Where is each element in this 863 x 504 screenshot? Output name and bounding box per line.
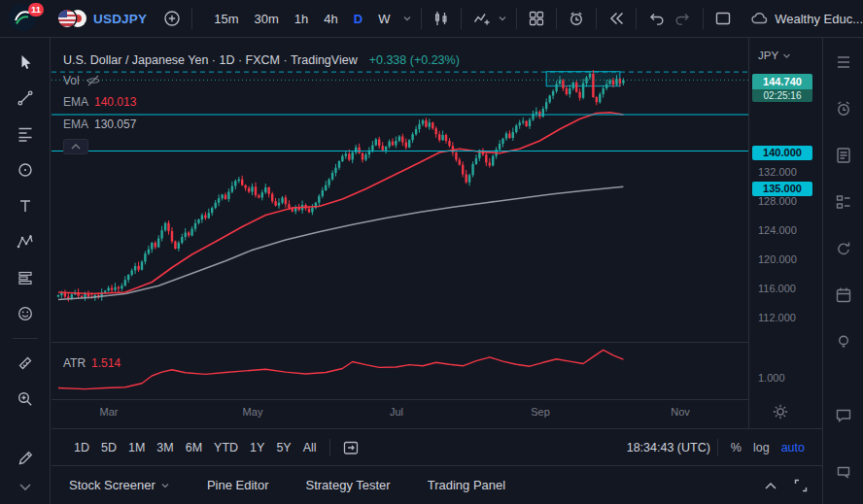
trendline-tool-icon[interactable] (8, 84, 43, 113)
emoji-tool-icon[interactable] (8, 299, 43, 328)
price-scale-label: 128.000 (758, 195, 797, 208)
interval-4h[interactable]: 4h (318, 9, 343, 29)
toolbar-separator (703, 8, 704, 29)
range-6m[interactable]: 6M (180, 438, 208, 457)
indicator-templates-dropdown-icon[interactable] (495, 5, 510, 32)
chevron-down-icon (782, 51, 791, 60)
data-window-icon[interactable] (828, 187, 859, 217)
us-flag-icon (58, 10, 76, 27)
notification-badge[interactable]: 11 (28, 3, 44, 17)
price-change: +0.338 (+0.23%) (369, 53, 460, 67)
legend-ema-slow-row[interactable]: EMA 130.057 (63, 116, 460, 133)
auto-scale-button[interactable]: auto (776, 438, 811, 457)
messages-icon[interactable] (828, 457, 859, 487)
clock-utc[interactable]: 18:34:43 (UTC) (627, 441, 710, 454)
log-scale-button[interactable]: log (747, 438, 776, 457)
bottom-panel: Stock Screener Pine Editor Strategy Test… (52, 465, 822, 504)
text-tool-icon[interactable] (8, 191, 43, 220)
measure-tool-icon[interactable] (8, 349, 43, 378)
atr-legend-row[interactable]: ATR 1.514 (63, 356, 121, 370)
xabcd-pattern-tool-icon[interactable] (8, 227, 43, 256)
legend-ema-fast-row[interactable]: EMA 140.013 (63, 93, 460, 111)
interval-1d[interactable]: D (348, 9, 368, 29)
indicators-icon[interactable] (467, 5, 495, 32)
time-axis-label: Nov (671, 406, 690, 418)
strategy-tester-tab[interactable]: Strategy Tester (305, 478, 390, 492)
percent-scale-button[interactable]: % (725, 438, 747, 457)
watchlist-icon[interactable] (828, 48, 859, 77)
collapse-toolbar-icon[interactable] (8, 473, 43, 502)
fullscreen-panel-icon[interactable] (793, 478, 809, 493)
replay-icon[interactable] (603, 5, 630, 32)
stock-screener-tab[interactable]: Stock Screener (69, 478, 170, 492)
range-1y[interactable]: 1Y (244, 438, 270, 457)
layout-icon[interactable] (709, 5, 737, 32)
widget-sidebar (822, 38, 863, 504)
interval-1h[interactable]: 1h (289, 9, 314, 29)
chart-bottom-toolbar: 1D 5D 1M 3M 6M YTD 1Y 5Y All 18:34:43 (U… (52, 428, 822, 465)
intervals-dropdown-icon[interactable] (399, 5, 415, 32)
undo-icon[interactable] (642, 5, 670, 32)
pane-separator[interactable] (52, 342, 822, 343)
scale-settings-gear-icon[interactable] (773, 404, 788, 420)
toolbar-separator (596, 8, 597, 29)
range-5y[interactable]: 5Y (270, 438, 296, 457)
goto-date-icon[interactable] (337, 434, 364, 461)
toolbar-separator (191, 8, 192, 29)
toolbar-separator (636, 8, 637, 29)
price-scale[interactable]: JPY 144.740 02:25:16 140.000 135.000 132… (748, 38, 822, 428)
alerts-clock-icon[interactable] (828, 94, 859, 123)
zoom-tool-icon[interactable] (8, 385, 43, 414)
last-price-value: 144.740 (752, 74, 812, 89)
drawing-toolbar (0, 38, 51, 504)
chart-legend: U.S. Dollar / Japanese Yen · 1D · FXCM ·… (63, 51, 460, 154)
account-menu[interactable]: Wealthy Educ... (740, 9, 863, 28)
cursor-tool-icon[interactable] (8, 48, 43, 77)
add-symbol-icon[interactable] (158, 5, 186, 32)
time-axis[interactable]: Mar May Jul Sep Nov (52, 399, 748, 428)
interval-1w[interactable]: W (372, 9, 396, 29)
pine-editor-tab[interactable]: Pine Editor (207, 478, 269, 492)
chat-icon[interactable] (828, 401, 859, 430)
candle-style-icon[interactable] (428, 5, 455, 32)
legend-symbol-row[interactable]: U.S. Dollar / Japanese Yen · 1D · FXCM ·… (63, 51, 460, 69)
prediction-tool-icon[interactable] (8, 263, 43, 292)
range-ytd[interactable]: YTD (208, 438, 244, 457)
ideas-lightbulb-icon[interactable] (828, 327, 859, 356)
redo-icon[interactable] (670, 5, 697, 32)
range-all[interactable]: All (297, 438, 323, 457)
range-3m[interactable]: 3M (151, 438, 179, 457)
fib-retracement-tool-icon[interactable] (8, 119, 43, 149)
legend-collapse-button[interactable] (63, 139, 88, 154)
ema-slow-value: 130.057 (94, 118, 136, 131)
hotlists-icon[interactable] (828, 234, 859, 263)
atr-pane-canvas[interactable] (52, 343, 748, 398)
news-icon[interactable] (828, 141, 859, 170)
currency-label: JPY (758, 50, 778, 61)
trading-panel-tab[interactable]: Trading Panel (428, 478, 505, 492)
multichart-layout-icon[interactable] (523, 5, 550, 32)
toolbar-divider (13, 338, 38, 339)
legend-volume-row[interactable]: Vol (63, 72, 460, 89)
price-scale-label: 116.000 (758, 283, 796, 295)
interval-15m[interactable]: 15m (208, 9, 244, 29)
edit-pencil-icon[interactable] (8, 444, 43, 473)
range-1d[interactable]: 1D (68, 438, 95, 457)
calendar-icon[interactable] (828, 281, 859, 310)
symbol-search-button[interactable]: USDJPY (58, 10, 147, 27)
level-badge-140: 140.000 (752, 146, 812, 160)
range-5d[interactable]: 5D (95, 438, 122, 457)
app-logo[interactable]: 11 (8, 3, 41, 34)
toolbar-separator (421, 8, 422, 29)
currency-unit-toggle[interactable]: JPY (758, 50, 791, 61)
chevron-down-icon (160, 481, 170, 490)
eye-off-icon[interactable] (86, 73, 101, 88)
interval-30m[interactable]: 30m (249, 9, 285, 29)
alert-icon[interactable] (563, 5, 590, 32)
expand-panel-chevron-icon[interactable] (762, 479, 779, 492)
account-name: Wealthy Educ... (775, 12, 863, 26)
time-axis-label: May (243, 406, 263, 418)
range-1m[interactable]: 1M (122, 438, 151, 457)
shapes-tool-icon[interactable] (8, 155, 43, 185)
chart-title: U.S. Dollar / Japanese Yen · 1D · FXCM ·… (63, 53, 358, 67)
